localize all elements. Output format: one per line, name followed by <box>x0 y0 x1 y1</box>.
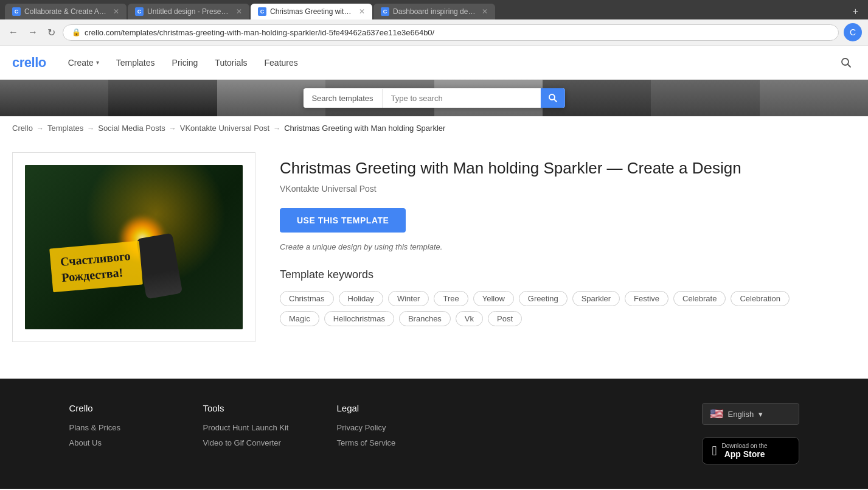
footer-link[interactable]: Plans & Prices <box>69 423 167 432</box>
tab-close-icon[interactable]: ✕ <box>359 7 365 16</box>
apple-icon:  <box>712 443 717 459</box>
tab-favicon: C <box>381 7 389 16</box>
footer-link[interactable]: Video to Gif Converter <box>203 438 300 447</box>
browser-tab-tab4[interactable]: C Dashboard inspiring designs - G... ✕ <box>373 4 495 19</box>
browser-tab-tab3[interactable]: C Christmas Greeting with Man hol... ✕ <box>251 4 372 19</box>
keyword-tag[interactable]: Vk <box>456 311 483 326</box>
keyword-tag[interactable]: Celebrate <box>673 291 726 306</box>
browser-toolbar: ← → ↻ 🔒 crello.com/templates/christmas-g… <box>0 19 868 46</box>
nav-item-templates[interactable]: Templates <box>109 53 162 72</box>
browser-tab-tab2[interactable]: C Untitled design - Presentation (T... ✕ <box>128 4 249 19</box>
search-input[interactable] <box>383 89 541 108</box>
breadcrumb-sep-3: → <box>169 124 176 133</box>
forward-button[interactable]: → <box>26 24 40 40</box>
back-button[interactable]: ← <box>6 24 21 40</box>
tab-title: Christmas Greeting with Man hol... <box>270 7 355 16</box>
browser-tabs: C Collaborate & Create Amazing G... ✕ C … <box>5 4 863 19</box>
keyword-tag[interactable]: Holiday <box>339 291 383 306</box>
template-description: Create a unique design by using this tem… <box>280 242 827 251</box>
search-submit-button[interactable] <box>541 88 565 108</box>
footer-col-crello: CrelloPlans & PricesAbout Us <box>69 403 167 464</box>
keyword-tag[interactable]: Sparkler <box>572 291 620 306</box>
nav-create-label: Create <box>68 58 94 68</box>
keyword-tag[interactable]: Post <box>488 311 522 326</box>
tab-title: Untitled design - Presentation (T... <box>147 7 232 16</box>
keyword-tag[interactable]: Yellow <box>473 291 514 306</box>
app-store-button[interactable]:  Download on the App Store <box>702 437 799 464</box>
nav-templates-label: Templates <box>116 58 155 68</box>
keywords-container: ChristmasHolidayWinterTreeYellowGreeting… <box>280 291 827 326</box>
preview-text: СчастливогоРождества! <box>60 248 133 285</box>
nav-pricing-label: Pricing <box>172 58 198 68</box>
browser-chrome: C Collaborate & Create Amazing G... ✕ C … <box>0 0 868 19</box>
template-preview: СчастливогоРождества! <box>12 152 255 342</box>
footer-link[interactable]: Terms of Service <box>337 438 434 447</box>
tab-title: Collaborate & Create Amazing G... <box>24 7 109 16</box>
footer-lang-col: 🇺🇸 English ▾  Download on the App Store <box>702 403 799 464</box>
preview-image: СчастливогоРождества! <box>25 165 243 329</box>
footer-link[interactable]: Privacy Policy <box>337 423 434 432</box>
nav-items: Create ▾ Templates Pricing Tutorials Fea… <box>61 53 836 72</box>
keyword-tag[interactable]: Magic <box>280 311 319 326</box>
nav-tutorials-label: Tutorials <box>215 58 247 68</box>
keyword-tag[interactable]: Greeting <box>519 291 568 306</box>
breadcrumb-crello[interactable]: Crello <box>12 124 33 133</box>
template-subtitle: VKontakte Universal Post <box>280 184 827 194</box>
search-templates-label: Search templates <box>303 89 382 108</box>
chevron-down-icon: ▾ <box>96 59 99 66</box>
lang-chevron-icon: ▾ <box>759 410 763 419</box>
footer-inner: CrelloPlans & PricesAbout UsToolsProduct… <box>69 403 799 464</box>
hero-banner: Search templates <box>0 80 868 116</box>
template-info: Christmas Greeting with Man holding Spar… <box>280 152 827 342</box>
nav-item-tutorials[interactable]: Tutorials <box>207 53 254 72</box>
breadcrumb-social-media[interactable]: Social Media Posts <box>98 124 165 133</box>
lang-selector[interactable]: 🇺🇸 English ▾ <box>702 403 799 425</box>
keyword-tag[interactable]: Hellochristmas <box>324 311 394 326</box>
address-text: crello.com/templates/christmas-greeting-… <box>85 28 434 37</box>
tab-favicon: C <box>258 7 266 16</box>
breadcrumb-templates[interactable]: Templates <box>47 124 83 133</box>
main-content: СчастливогоРождества! Christmas Greeting… <box>0 140 839 366</box>
nav-features-label: Features <box>265 58 298 68</box>
footer-link[interactable]: About Us <box>69 438 167 447</box>
browser-tab-tab1[interactable]: C Collaborate & Create Amazing G... ✕ <box>5 4 127 19</box>
keyword-tag[interactable]: Tree <box>434 291 468 306</box>
breadcrumb-sep-1: → <box>36 124 44 133</box>
keyword-tag[interactable]: Festive <box>625 291 668 306</box>
footer-col-title: Crello <box>69 403 167 413</box>
footer-col-tools: ToolsProduct Hunt Launch KitVideo to Gif… <box>203 403 300 464</box>
breadcrumb-vkontakte[interactable]: VKontakte Universal Post <box>180 124 269 133</box>
address-bar[interactable]: 🔒 crello.com/templates/christmas-greetin… <box>63 24 839 41</box>
tab-title: Dashboard inspiring designs - G... <box>393 7 478 16</box>
keyword-tag[interactable]: Branches <box>399 311 451 326</box>
logo[interactable]: crello <box>12 55 46 71</box>
reload-button[interactable]: ↻ <box>45 24 58 41</box>
breadcrumb-current: Christmas Greeting with Man holding Spar… <box>284 124 445 133</box>
keyword-tag[interactable]: Celebration <box>731 291 790 306</box>
breadcrumb-sep-2: → <box>87 124 94 133</box>
breadcrumb: Crello → Templates → Social Media Posts … <box>0 116 868 140</box>
lang-label: English <box>728 410 754 419</box>
profile-button[interactable]: C <box>844 23 862 41</box>
breadcrumb-sep-4: → <box>273 124 280 133</box>
footer-col-title: Legal <box>337 403 434 413</box>
nav-item-pricing[interactable]: Pricing <box>165 53 206 72</box>
app-store-big-text: App Store <box>722 449 768 459</box>
footer-link[interactable]: Product Hunt Launch Kit <box>203 423 300 432</box>
site-nav: crello Create ▾ Templates Pricing Tutori… <box>0 46 868 80</box>
keyword-tag[interactable]: Winter <box>388 291 429 306</box>
app-store-text: Download on the App Store <box>722 443 768 459</box>
tab-close-icon[interactable]: ✕ <box>236 7 242 16</box>
nav-item-features[interactable]: Features <box>257 53 305 72</box>
preview-frame: СчастливогоРождества! <box>12 152 255 342</box>
lock-icon: 🔒 <box>72 28 81 37</box>
use-template-button[interactable]: USE THIS TEMPLATE <box>280 208 406 233</box>
new-tab-button[interactable]: + <box>848 4 863 19</box>
nav-item-create[interactable]: Create ▾ <box>61 53 106 72</box>
nav-search-icon[interactable] <box>836 53 856 72</box>
tab-close-icon[interactable]: ✕ <box>113 7 119 16</box>
tab-close-icon[interactable]: ✕ <box>482 7 488 16</box>
keyword-tag[interactable]: Christmas <box>280 291 334 306</box>
app-store-small-text: Download on the <box>722 443 768 449</box>
svg-line-3 <box>554 99 557 102</box>
